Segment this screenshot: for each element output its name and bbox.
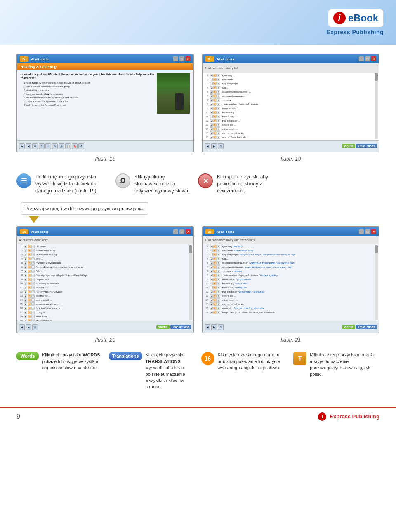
- screen21-row-13: 13▶TPelectric eel ...: [204, 294, 373, 298]
- mock-screen-20: 3e At all costs ─ □ ✕ At all costs vocab…: [16, 226, 194, 333]
- screen-21-chapter-label: 3e: [205, 229, 214, 234]
- logo-ebook: i eBook: [328, 9, 384, 27]
- translations-button-20[interactable]: Translations: [170, 325, 191, 329]
- annotation-2: Ω Klikając ikonę słuchawek, można usłysz…: [116, 173, 190, 194]
- screen21-row-8: 8▶TPcreate window displays & posters / t…: [204, 274, 373, 277]
- bottom-annotation-2-text: Kliknięcie przycisku TRANSLATIONS wyświe…: [146, 352, 195, 390]
- screen21-row-14: 14▶TPentire length ...: [204, 298, 373, 302]
- illust-19-label: Ilustr. 19: [202, 156, 380, 162]
- maximize-btn-19[interactable]: □: [365, 56, 370, 61]
- toolbar21-3[interactable]: ⟳: [218, 324, 224, 330]
- list-icon-button[interactable]: ☰: [16, 173, 31, 188]
- scrollbar-19[interactable]: [375, 73, 378, 139]
- footer: 9 i Express Publishing: [0, 407, 396, 426]
- screen21-row-4: 4▶TPbug ...: [204, 257, 373, 260]
- bottom-annotation-1-text: Kliknięcie przycisku WORDS pokaże lub uk…: [42, 352, 103, 371]
- screen-18-chapter-label: 3e: [20, 56, 28, 62]
- screen-20-title: At all costs: [31, 230, 49, 234]
- toolbar-icon-1[interactable]: ▶: [19, 143, 25, 149]
- translations-button-19[interactable]: Translations: [356, 144, 377, 148]
- word-row-9: 9▶TPdemonstration ...: [204, 107, 373, 110]
- screen-18-item-2: 2 join a conservation/environmental grou…: [21, 85, 154, 89]
- close-btn-18[interactable]: ✕: [186, 56, 191, 61]
- screen21-row-3: 3▶TPblog campaign / kampania na blogu / …: [204, 253, 373, 256]
- screen21-row-9: 9▶TPdeterioration / pogorszenie: [204, 278, 373, 281]
- screen-21-title: At all costs: [217, 230, 234, 234]
- close-btn-20[interactable]: ✕: [186, 229, 191, 234]
- screen20-row-10: 10▶TP/ z duszą na ramieniu: [19, 282, 188, 285]
- screen-18-item-7: 7 walk through the Amazon Rainforest: [21, 103, 154, 107]
- screen20-row-17: 17▶TPforeigner ...: [19, 311, 188, 314]
- headphone-icon-button[interactable]: Ω: [116, 173, 130, 188]
- toolbar-icon-8[interactable]: 📋: [65, 143, 71, 149]
- screen-18-item-6: 6 make a video and upload it to Youtube: [21, 100, 154, 103]
- word-row-13: 13▶TPelectric eel ...: [204, 123, 373, 127]
- screen20-row-13: 13▶TPelectric eel ...: [19, 294, 188, 298]
- illust-20-label: Ilustr. 20: [16, 337, 194, 343]
- bottom-annotation-4: T Kliknięcie tego przycisku pokaże /ukry…: [293, 352, 380, 377]
- toolbar20-1[interactable]: ◀: [19, 324, 25, 330]
- translations-button-21[interactable]: Translations: [356, 325, 377, 329]
- translations-button-annotation[interactable]: Translations: [109, 352, 142, 360]
- word-row-15: 15▶TPenvironmental group ...: [204, 131, 373, 135]
- word-row-4: 4▶TPbug ...: [204, 86, 373, 89]
- close-btn-19[interactable]: ✕: [371, 56, 376, 61]
- word-row-1: 1▶TPagonising ...: [204, 74, 373, 77]
- screen-18-controls: ─ □ ✕: [173, 56, 191, 61]
- words-button-20[interactable]: Words: [156, 325, 170, 329]
- screen-20-body: 1▶TP/ bolesny 2▶TP/ za wszelką cenę 3▶TP…: [17, 244, 193, 325]
- minimize-btn-21[interactable]: ─: [359, 229, 364, 234]
- minimize-btn-19[interactable]: ─: [359, 56, 364, 61]
- bottom-annotation-3-text: Kliknięcie określonego numeru umożliwi p…: [218, 352, 288, 371]
- maximize-btn-18[interactable]: □: [179, 56, 184, 61]
- screen-18-heading: Reading & Listening: [17, 63, 193, 70]
- scrollbar-21[interactable]: [375, 245, 378, 320]
- toolbar-icon-2[interactable]: ◀: [26, 143, 31, 149]
- screen-18-title: At all costs: [31, 57, 49, 61]
- scrollbar-20[interactable]: [189, 245, 192, 320]
- maximize-btn-21[interactable]: □: [365, 229, 370, 234]
- toolbar-icon-4[interactable]: T: [39, 143, 45, 149]
- close-btn-21[interactable]: ✕: [371, 229, 376, 234]
- toolbar20-3[interactable]: ⟳: [32, 324, 38, 330]
- number-circle-annotation[interactable]: 16: [201, 352, 214, 365]
- logo-i-icon: i: [333, 12, 346, 24]
- screen21-row-11: 11▶TPdraw a bow / napiął łuk: [204, 286, 373, 289]
- annotation-3: ✕ Kliknij ten przycisk, aby powrócić do …: [198, 173, 272, 194]
- maximize-btn-20[interactable]: □: [179, 229, 184, 234]
- minimize-btn-20[interactable]: ─: [173, 229, 178, 234]
- screen-18-body: Look at the picture. Which of the activi…: [17, 70, 193, 149]
- t-button-annotation[interactable]: T: [293, 352, 306, 365]
- toolbar-nav-1[interactable]: ◀: [205, 143, 210, 149]
- word-row-16: 16▶TPface terrifying hazards ...: [204, 136, 373, 139]
- words-button-21[interactable]: Words: [342, 325, 355, 329]
- main-content: 3e At all costs ─ □ ✕ Reading & Listenin…: [0, 45, 396, 407]
- screen21-row-1: 1▶TPagonising / bolesny: [204, 245, 373, 248]
- bottom-screenshots-row: 3e At all costs ─ □ ✕ At all costs vocab…: [16, 226, 380, 348]
- screen-19-controls: ─ □ ✕: [359, 56, 376, 61]
- footer-brand: i Express Publishing: [318, 412, 380, 421]
- words-button-annotation[interactable]: Words: [16, 352, 39, 360]
- toolbar-icon-3[interactable]: ⟳: [32, 143, 38, 149]
- toolbar21-2[interactable]: ▶: [211, 324, 217, 330]
- toolbar20-2[interactable]: ▶: [26, 324, 31, 330]
- screen20-row-9: 9▶TP/ wynoszone: [19, 278, 188, 281]
- screen21-row-10: 10▶TPdesperately / teraz chce: [204, 282, 373, 285]
- toolbar-icon-5[interactable]: ⌂: [45, 143, 51, 149]
- screen21-row-6: 6▶TPconservation group - grupy działaczy…: [204, 265, 373, 269]
- toolbar-nav-3[interactable]: ⟳: [218, 143, 224, 149]
- scroll-arrow-icon: [29, 216, 39, 223]
- minimize-btn-18[interactable]: ─: [173, 56, 178, 61]
- screen-19-chapter-label: 3e: [205, 56, 214, 62]
- toolbar-icon-10[interactable]: ⚙: [78, 143, 84, 149]
- toolbar-nav-2[interactable]: ▶: [211, 143, 217, 149]
- person-figure: [175, 93, 184, 110]
- words-button-19[interactable]: Words: [342, 144, 355, 148]
- toolbar-icon-9[interactable]: 🔖: [72, 143, 78, 149]
- logo-container: i eBook Express Publishing: [326, 9, 384, 35]
- screen-18-image: [157, 73, 190, 114]
- return-icon-button[interactable]: ✕: [198, 173, 213, 188]
- toolbar21-1[interactable]: ◀: [205, 324, 210, 330]
- toolbar-icon-6[interactable]: ✎: [52, 143, 58, 149]
- toolbar-icon-7[interactable]: 🔊: [59, 143, 64, 149]
